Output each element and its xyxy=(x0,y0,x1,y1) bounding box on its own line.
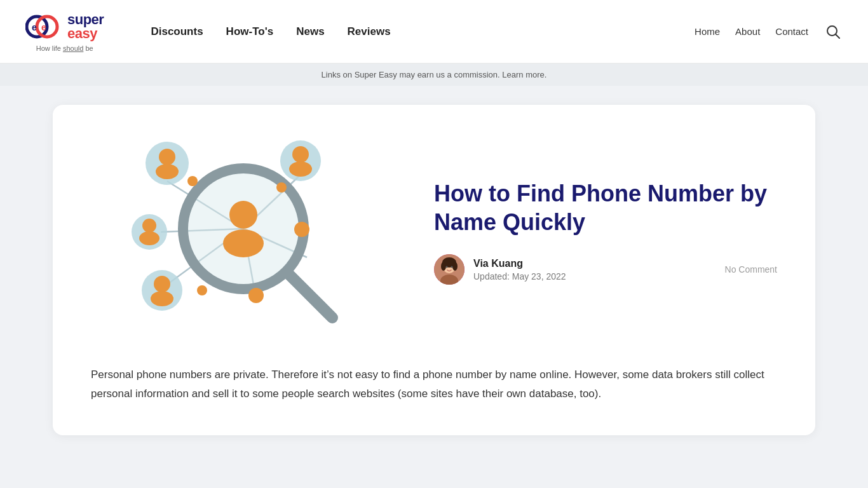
svg-point-40 xyxy=(446,266,448,268)
logo-icon: e e xyxy=(25,11,65,42)
nav-contact[interactable]: Contact xyxy=(775,26,808,37)
logo-easy-text: easy xyxy=(67,27,104,41)
author-name: Via Kuang xyxy=(473,258,566,269)
site-header: e e super easy How life should be Discou… xyxy=(0,0,868,64)
svg-line-5 xyxy=(836,34,840,38)
content-wrapper: How to Find Phone Number by Name Quickly xyxy=(27,105,841,435)
hero-image-area xyxy=(91,130,396,334)
article-card: How to Find Phone Number by Name Quickly xyxy=(53,105,815,435)
site-logo[interactable]: e e super easy How life should be xyxy=(25,11,104,52)
svg-text:e: e xyxy=(41,22,46,32)
svg-text:e: e xyxy=(32,22,37,32)
svg-point-24 xyxy=(142,219,156,233)
commission-banner: Links on Super Easy may earn us a commis… xyxy=(0,64,868,86)
svg-point-31 xyxy=(197,285,207,295)
primary-navigation: Discounts How-To's News Reviews xyxy=(142,19,695,44)
svg-point-22 xyxy=(289,161,312,177)
logo-super-text: super xyxy=(67,13,104,27)
svg-point-29 xyxy=(294,222,309,237)
logo-tagline: How life should be xyxy=(36,44,93,52)
comment-count: No Comment xyxy=(725,264,777,274)
svg-point-16 xyxy=(223,229,264,257)
nav-howtos[interactable]: How-To's xyxy=(217,19,283,44)
author-details: Via Kuang Updated: May 23, 2022 xyxy=(473,258,566,281)
article-hero: How to Find Phone Number by Name Quickly xyxy=(53,105,815,359)
svg-point-15 xyxy=(229,201,257,229)
author-avatar xyxy=(434,254,465,285)
article-intro-paragraph: Personal phone numbers are private. Ther… xyxy=(91,365,777,403)
svg-point-39 xyxy=(452,262,458,271)
commission-text: Links on Super Easy may earn us a commis… xyxy=(322,70,503,79)
author-info: Via Kuang Updated: May 23, 2022 xyxy=(434,254,566,285)
avatar-image xyxy=(434,254,465,285)
svg-point-19 xyxy=(156,164,179,179)
author-row: Via Kuang Updated: May 23, 2022 No Comme… xyxy=(434,254,777,285)
svg-point-33 xyxy=(276,182,287,193)
author-date: Updated: May 23, 2022 xyxy=(473,271,566,281)
updated-label: Updated: xyxy=(473,271,510,281)
article-title: How to Find Phone Number by Name Quickly xyxy=(434,179,777,236)
hero-illustration xyxy=(104,130,383,334)
svg-point-32 xyxy=(187,176,198,186)
svg-point-21 xyxy=(292,146,309,163)
article-hero-content: How to Find Phone Number by Name Quickly xyxy=(434,179,777,285)
secondary-navigation: Home About Contact xyxy=(695,22,843,41)
svg-point-27 xyxy=(154,276,170,292)
nav-news[interactable]: News xyxy=(287,19,333,44)
nav-reviews[interactable]: Reviews xyxy=(339,19,400,44)
svg-point-28 xyxy=(151,291,173,306)
nav-home[interactable]: Home xyxy=(695,26,720,37)
svg-point-18 xyxy=(159,149,175,165)
svg-point-4 xyxy=(827,26,837,36)
article-body: Personal phone numbers are private. Ther… xyxy=(53,359,815,435)
search-button[interactable] xyxy=(824,22,843,41)
svg-point-41 xyxy=(451,266,453,268)
updated-date: May 23, 2022 xyxy=(512,271,566,281)
search-icon xyxy=(826,25,840,39)
nav-about[interactable]: About xyxy=(735,26,760,37)
svg-point-38 xyxy=(441,262,446,271)
svg-point-30 xyxy=(248,288,264,303)
svg-point-25 xyxy=(139,231,159,245)
svg-line-14 xyxy=(288,273,332,318)
nav-discounts[interactable]: Discounts xyxy=(142,19,212,44)
learn-more-link[interactable]: Learn more. xyxy=(502,70,546,79)
